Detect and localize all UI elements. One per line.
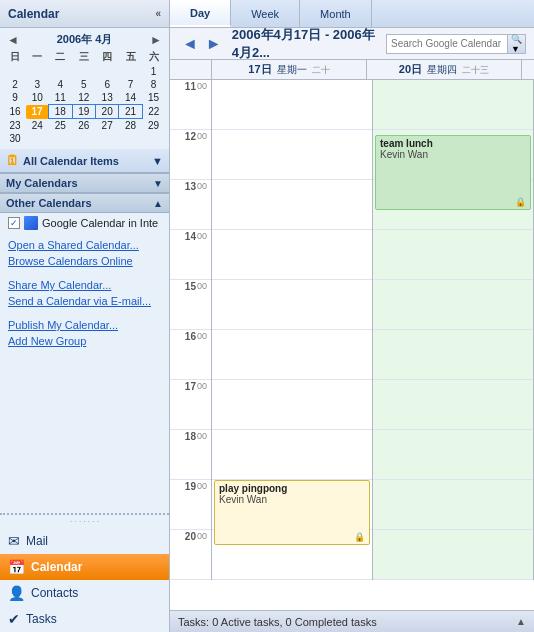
time-cell[interactable]: [212, 80, 372, 130]
google-cal-label: Google Calendar in Inte: [42, 217, 158, 229]
mini-cal-day[interactable]: 4: [49, 78, 72, 91]
sidebar-link[interactable]: Open a Shared Calendar...: [8, 237, 161, 253]
search-button[interactable]: 🔍▼: [507, 35, 525, 53]
sidebar-link[interactable]: Send a Calendar via E-mail...: [8, 293, 161, 309]
mini-cal-day[interactable]: 21: [119, 105, 142, 119]
time-cell[interactable]: [212, 380, 372, 430]
bottom-nav-item-contacts[interactable]: 👤Contacts: [0, 580, 169, 606]
mini-cal-day[interactable]: 26: [72, 119, 95, 133]
time-cell[interactable]: [212, 430, 372, 480]
mini-cal-day[interactable]: 3: [26, 78, 49, 91]
grid-scroll[interactable]: 1100120013001400150016001700180019002000…: [170, 80, 534, 610]
weekday-header: 日: [4, 49, 26, 65]
mini-cal-day[interactable]: 9: [4, 91, 26, 105]
chevron-down-icon: ▼: [152, 155, 163, 167]
mini-cal-day[interactable]: 2: [4, 78, 26, 91]
prev-month-button[interactable]: ◄: [4, 33, 22, 47]
time-slot-16: 1600: [170, 330, 211, 380]
mini-cal-day[interactable]: 29: [142, 119, 165, 133]
event-block[interactable]: play pingpongKevin Wan🔒: [214, 480, 370, 545]
sidebar-link[interactable]: Add New Group: [8, 333, 161, 349]
day-column-0: play pingpongKevin Wan🔒: [212, 80, 373, 580]
time-slot-19: 1900: [170, 480, 211, 530]
sidebar-link[interactable]: Publish My Calendar...: [8, 317, 161, 333]
mini-cal-day[interactable]: 17: [26, 105, 49, 119]
collapse-icon[interactable]: «: [155, 8, 161, 19]
prev-week-button[interactable]: ◄: [178, 35, 202, 53]
mini-cal-day: [142, 132, 165, 145]
time-cell[interactable]: [373, 530, 533, 580]
all-calendar-items[interactable]: 🗓 All Calendar Items ▼: [0, 149, 169, 173]
mini-cal-day[interactable]: 14: [119, 91, 142, 105]
time-cell[interactable]: [212, 180, 372, 230]
mini-cal-day[interactable]: 20: [95, 105, 118, 119]
my-cal-label: My Calendars: [6, 177, 78, 189]
time-cell[interactable]: [373, 430, 533, 480]
status-text: Tasks: 0 Active tasks, 0 Completed tasks: [178, 616, 377, 628]
day-columns: play pingpongKevin Wan🔒team lunchKevin W…: [212, 80, 534, 580]
weekday-header: 四: [95, 49, 118, 65]
time-cell[interactable]: [212, 230, 372, 280]
time-slot-14: 1400: [170, 230, 211, 280]
time-cell[interactable]: [373, 480, 533, 530]
next-week-button[interactable]: ►: [202, 35, 226, 53]
mini-cal-day[interactable]: 27: [95, 119, 118, 133]
calendar-label: Calendar: [8, 7, 59, 21]
time-cell[interactable]: [373, 330, 533, 380]
mini-cal-day[interactable]: 15: [142, 91, 165, 105]
bottom-nav-item-tasks[interactable]: ✔Tasks: [0, 606, 169, 632]
bottom-nav-item-mail[interactable]: ✉Mail: [0, 528, 169, 554]
mini-cal-day: [72, 65, 95, 78]
bottom-nav-item-calendar[interactable]: 📅Calendar: [0, 554, 169, 580]
mini-cal-day[interactable]: 1: [142, 65, 165, 78]
mini-cal-day[interactable]: 24: [26, 119, 49, 133]
time-gutter-header: [170, 60, 212, 79]
tab-day[interactable]: Day: [170, 0, 231, 27]
time-cell[interactable]: [373, 380, 533, 430]
resize-dots: · · · · · · ·: [0, 515, 169, 528]
sidebar-links: Open a Shared Calendar...Browse Calendar…: [0, 233, 169, 353]
mini-cal-day[interactable]: 25: [49, 119, 72, 133]
mini-cal-day: [119, 65, 142, 78]
mini-cal-day[interactable]: 7: [119, 78, 142, 91]
other-cal-label: Other Calendars: [6, 197, 92, 209]
mini-cal-day[interactable]: 13: [95, 91, 118, 105]
mini-cal-day[interactable]: 22: [142, 105, 165, 119]
mini-cal-day[interactable]: 11: [49, 91, 72, 105]
mini-cal-day: [49, 65, 72, 78]
mini-cal-day[interactable]: 16: [4, 105, 26, 119]
mini-cal-day[interactable]: 28: [119, 119, 142, 133]
search-input[interactable]: [387, 38, 507, 49]
mini-cal-table: 日一二三四五六 12345678910111213141516171819202…: [4, 49, 165, 145]
sidebar-link[interactable]: Browse Calendars Online: [8, 253, 161, 269]
time-cell[interactable]: [373, 80, 533, 130]
time-cell[interactable]: [212, 130, 372, 180]
google-cal-checkbox[interactable]: ✓: [8, 217, 20, 229]
mini-cal-day[interactable]: 19: [72, 105, 95, 119]
other-calendars-header[interactable]: Other Calendars ▲: [0, 193, 169, 213]
time-cell[interactable]: [373, 230, 533, 280]
time-cell[interactable]: [212, 330, 372, 380]
time-grid: 1100120013001400150016001700180019002000…: [170, 80, 534, 580]
mini-cal-day[interactable]: 12: [72, 91, 95, 105]
sidebar: ◄ 2006年 4月 ► 日一二三四五六 1234567891011121314…: [0, 28, 170, 632]
mini-cal-day[interactable]: 10: [26, 91, 49, 105]
status-expand-button[interactable]: ▲: [516, 616, 526, 627]
other-cal-chevron: ▲: [153, 198, 163, 209]
mini-cal-day[interactable]: 8: [142, 78, 165, 91]
mini-cal-day[interactable]: 18: [49, 105, 72, 119]
mini-cal-day[interactable]: 30: [4, 132, 26, 145]
mini-cal-day: [95, 65, 118, 78]
time-cell[interactable]: [212, 280, 372, 330]
next-month-button[interactable]: ►: [147, 33, 165, 47]
tab-month[interactable]: Month: [300, 0, 372, 27]
event-block[interactable]: team lunchKevin Wan🔒: [375, 135, 531, 210]
mini-cal-day[interactable]: 23: [4, 119, 26, 133]
mini-cal-day[interactable]: 5: [72, 78, 95, 91]
mini-cal-day[interactable]: 6: [95, 78, 118, 91]
time-cell[interactable]: [373, 280, 533, 330]
my-calendars-header[interactable]: My Calendars ▼: [0, 173, 169, 193]
tab-week[interactable]: Week: [231, 0, 300, 27]
google-calendar-item[interactable]: ✓ Google Calendar in Inte: [0, 213, 169, 233]
sidebar-link[interactable]: Share My Calendar...: [8, 277, 161, 293]
